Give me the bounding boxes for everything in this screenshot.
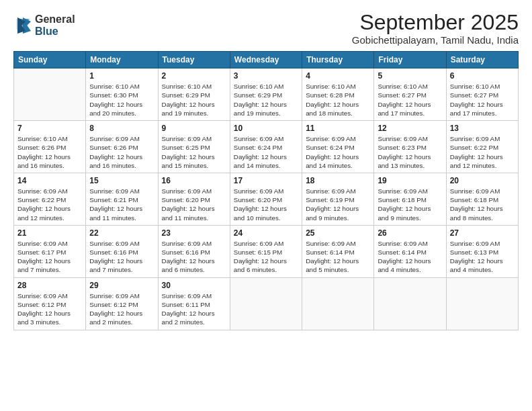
day-number: 7 <box>17 124 82 133</box>
day-info: Sunrise: 6:09 AMSunset: 6:20 PMDaylight:… <box>162 187 226 222</box>
calendar-cell: 23Sunrise: 6:09 AMSunset: 6:16 PMDayligh… <box>158 225 230 277</box>
calendar-cell <box>230 277 302 330</box>
day-number: 18 <box>306 176 370 185</box>
day-info: Sunrise: 6:09 AMSunset: 6:16 PMDaylight:… <box>89 239 154 275</box>
calendar-cell: 5Sunrise: 6:10 AMSunset: 6:27 PMDaylight… <box>374 68 446 121</box>
calendar-cell <box>374 277 446 330</box>
calendar-header-row: Sunday Monday Tuesday Wednesday Thursday… <box>14 52 519 68</box>
col-friday: Friday <box>374 52 446 68</box>
day-info: Sunrise: 6:09 AMSunset: 6:11 PMDaylight:… <box>162 291 226 327</box>
day-info: Sunrise: 6:09 AMSunset: 6:22 PMDaylight:… <box>17 187 82 222</box>
col-saturday: Saturday <box>446 52 518 68</box>
day-info: Sunrise: 6:09 AMSunset: 6:23 PMDaylight:… <box>378 134 442 170</box>
calendar-cell: 1Sunrise: 6:10 AMSunset: 6:30 PMDaylight… <box>86 68 158 121</box>
calendar-cell: 14Sunrise: 6:09 AMSunset: 6:22 PMDayligh… <box>14 173 86 225</box>
day-number: 28 <box>17 281 82 290</box>
calendar-cell: 30Sunrise: 6:09 AMSunset: 6:11 PMDayligh… <box>158 277 230 330</box>
day-info: Sunrise: 6:09 AMSunset: 6:25 PMDaylight:… <box>162 134 226 170</box>
day-info: Sunrise: 6:09 AMSunset: 6:26 PMDaylight:… <box>89 134 154 170</box>
day-info: Sunrise: 6:09 AMSunset: 6:20 PMDaylight:… <box>234 187 298 222</box>
col-wednesday: Wednesday <box>230 52 302 68</box>
day-number: 2 <box>162 71 226 81</box>
logo-general: General <box>35 13 75 26</box>
day-info: Sunrise: 6:10 AMSunset: 6:27 PMDaylight:… <box>450 82 515 118</box>
day-number: 23 <box>162 228 226 238</box>
day-info: Sunrise: 6:09 AMSunset: 6:21 PMDaylight:… <box>89 187 154 222</box>
calendar-cell: 4Sunrise: 6:10 AMSunset: 6:28 PMDaylight… <box>302 68 374 121</box>
day-info: Sunrise: 6:09 AMSunset: 6:12 PMDaylight:… <box>17 291 82 327</box>
day-number: 21 <box>17 228 82 238</box>
day-number: 3 <box>234 71 298 81</box>
logo-icon <box>13 16 32 35</box>
calendar-cell: 6Sunrise: 6:10 AMSunset: 6:27 PMDaylight… <box>446 68 518 121</box>
calendar-cell: 18Sunrise: 6:09 AMSunset: 6:19 PMDayligh… <box>302 173 374 225</box>
calendar-cell <box>14 68 86 121</box>
day-info: Sunrise: 6:09 AMSunset: 6:13 PMDaylight:… <box>450 239 515 275</box>
day-info: Sunrise: 6:10 AMSunset: 6:30 PMDaylight:… <box>89 82 154 118</box>
day-info: Sunrise: 6:09 AMSunset: 6:12 PMDaylight:… <box>89 291 154 327</box>
day-info: Sunrise: 6:09 AMSunset: 6:18 PMDaylight:… <box>450 187 515 222</box>
day-info: Sunrise: 6:10 AMSunset: 6:26 PMDaylight:… <box>17 134 82 170</box>
day-number: 26 <box>378 228 442 238</box>
col-thursday: Thursday <box>302 52 374 68</box>
logo: General Blue <box>13 13 75 37</box>
calendar-cell: 27Sunrise: 6:09 AMSunset: 6:13 PMDayligh… <box>446 225 518 277</box>
day-number: 1 <box>89 71 154 81</box>
day-number: 30 <box>162 281 226 290</box>
calendar-cell: 13Sunrise: 6:09 AMSunset: 6:22 PMDayligh… <box>446 121 518 173</box>
day-number: 22 <box>89 228 154 238</box>
calendar-table: Sunday Monday Tuesday Wednesday Thursday… <box>13 51 519 330</box>
col-sunday: Sunday <box>14 52 86 68</box>
location-subtitle: Gobichettipalayam, Tamil Nadu, India <box>352 34 519 46</box>
calendar-cell: 8Sunrise: 6:09 AMSunset: 6:26 PMDaylight… <box>86 121 158 173</box>
calendar-cell: 10Sunrise: 6:09 AMSunset: 6:24 PMDayligh… <box>230 121 302 173</box>
calendar-week-1: 1Sunrise: 6:10 AMSunset: 6:30 PMDaylight… <box>14 68 519 121</box>
day-info: Sunrise: 6:09 AMSunset: 6:18 PMDaylight:… <box>378 187 442 222</box>
calendar-cell <box>302 277 374 330</box>
logo-blue: Blue <box>35 26 75 38</box>
calendar-week-3: 14Sunrise: 6:09 AMSunset: 6:22 PMDayligh… <box>14 173 519 225</box>
calendar-cell: 11Sunrise: 6:09 AMSunset: 6:24 PMDayligh… <box>302 121 374 173</box>
day-number: 12 <box>378 124 442 133</box>
calendar-week-2: 7Sunrise: 6:10 AMSunset: 6:26 PMDaylight… <box>14 121 519 173</box>
calendar-cell: 12Sunrise: 6:09 AMSunset: 6:23 PMDayligh… <box>374 121 446 173</box>
day-info: Sunrise: 6:09 AMSunset: 6:14 PMDaylight:… <box>378 239 442 275</box>
day-number: 29 <box>89 281 154 290</box>
day-number: 11 <box>306 124 370 133</box>
day-info: Sunrise: 6:09 AMSunset: 6:15 PMDaylight:… <box>234 239 298 275</box>
calendar-cell: 16Sunrise: 6:09 AMSunset: 6:20 PMDayligh… <box>158 173 230 225</box>
calendar-cell <box>446 277 518 330</box>
calendar-week-5: 28Sunrise: 6:09 AMSunset: 6:12 PMDayligh… <box>14 277 519 330</box>
day-info: Sunrise: 6:09 AMSunset: 6:17 PMDaylight:… <box>17 239 82 275</box>
calendar-cell: 7Sunrise: 6:10 AMSunset: 6:26 PMDaylight… <box>14 121 86 173</box>
title-section: September 2025 Gobichettipalayam, Tamil … <box>352 11 519 46</box>
day-number: 17 <box>234 176 298 185</box>
calendar-cell: 21Sunrise: 6:09 AMSunset: 6:17 PMDayligh… <box>14 225 86 277</box>
day-info: Sunrise: 6:09 AMSunset: 6:16 PMDaylight:… <box>162 239 226 275</box>
day-number: 25 <box>306 228 370 238</box>
calendar-cell: 26Sunrise: 6:09 AMSunset: 6:14 PMDayligh… <box>374 225 446 277</box>
col-tuesday: Tuesday <box>158 52 230 68</box>
calendar-cell: 22Sunrise: 6:09 AMSunset: 6:16 PMDayligh… <box>86 225 158 277</box>
calendar-cell: 15Sunrise: 6:09 AMSunset: 6:21 PMDayligh… <box>86 173 158 225</box>
day-info: Sunrise: 6:09 AMSunset: 6:19 PMDaylight:… <box>306 187 370 222</box>
day-info: Sunrise: 6:09 AMSunset: 6:24 PMDaylight:… <box>306 134 370 170</box>
calendar-cell: 20Sunrise: 6:09 AMSunset: 6:18 PMDayligh… <box>446 173 518 225</box>
calendar-cell: 19Sunrise: 6:09 AMSunset: 6:18 PMDayligh… <box>374 173 446 225</box>
day-info: Sunrise: 6:09 AMSunset: 6:14 PMDaylight:… <box>306 239 370 275</box>
calendar-cell: 17Sunrise: 6:09 AMSunset: 6:20 PMDayligh… <box>230 173 302 225</box>
day-info: Sunrise: 6:10 AMSunset: 6:27 PMDaylight:… <box>378 82 442 118</box>
calendar-cell: 9Sunrise: 6:09 AMSunset: 6:25 PMDaylight… <box>158 121 230 173</box>
calendar-cell: 29Sunrise: 6:09 AMSunset: 6:12 PMDayligh… <box>86 277 158 330</box>
logo-text: General Blue <box>35 13 75 37</box>
calendar-cell: 3Sunrise: 6:10 AMSunset: 6:29 PMDaylight… <box>230 68 302 121</box>
day-info: Sunrise: 6:10 AMSunset: 6:29 PMDaylight:… <box>162 82 226 118</box>
calendar-cell: 2Sunrise: 6:10 AMSunset: 6:29 PMDaylight… <box>158 68 230 121</box>
day-info: Sunrise: 6:09 AMSunset: 6:22 PMDaylight:… <box>450 134 515 170</box>
calendar-cell: 24Sunrise: 6:09 AMSunset: 6:15 PMDayligh… <box>230 225 302 277</box>
calendar-cell: 25Sunrise: 6:09 AMSunset: 6:14 PMDayligh… <box>302 225 374 277</box>
col-monday: Monday <box>86 52 158 68</box>
page-header: General Blue September 2025 Gobichettipa… <box>13 11 519 46</box>
day-number: 20 <box>450 176 515 185</box>
day-number: 5 <box>378 71 442 81</box>
